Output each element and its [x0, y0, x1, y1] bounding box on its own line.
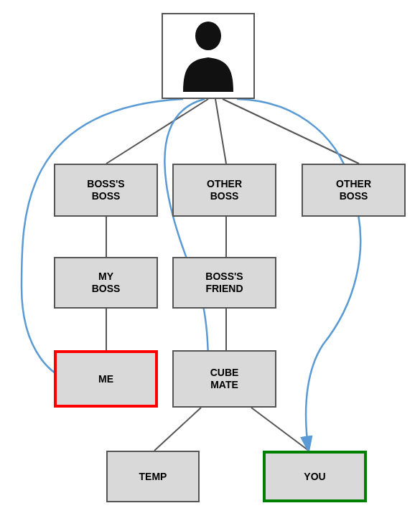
node-bosses-friend: BOSS'SFRIEND	[172, 257, 276, 309]
node-you: YOU	[263, 451, 367, 502]
svg-line-0	[106, 99, 208, 164]
person-silhouette	[176, 20, 241, 92]
node-other-boss-1: OTHERBOSS	[172, 164, 276, 217]
node-bosses-boss: BOSS'SBOSS	[54, 164, 158, 217]
svg-line-1	[215, 99, 226, 164]
svg-line-8	[251, 408, 309, 451]
avatar	[162, 13, 255, 99]
node-other-boss-2: OTHERBOSS	[302, 164, 406, 217]
svg-point-10	[195, 22, 221, 50]
svg-line-7	[154, 408, 201, 451]
svg-line-2	[223, 99, 359, 164]
node-my-boss: MYBOSS	[54, 257, 158, 309]
node-cube-mate: CUBEMATE	[172, 350, 276, 408]
diagram: BOSS'SBOSS OTHERBOSS OTHERBOSS MYBOSS BO…	[0, 0, 420, 526]
node-me: ME	[54, 350, 158, 408]
node-temp: TEMP	[106, 451, 200, 502]
